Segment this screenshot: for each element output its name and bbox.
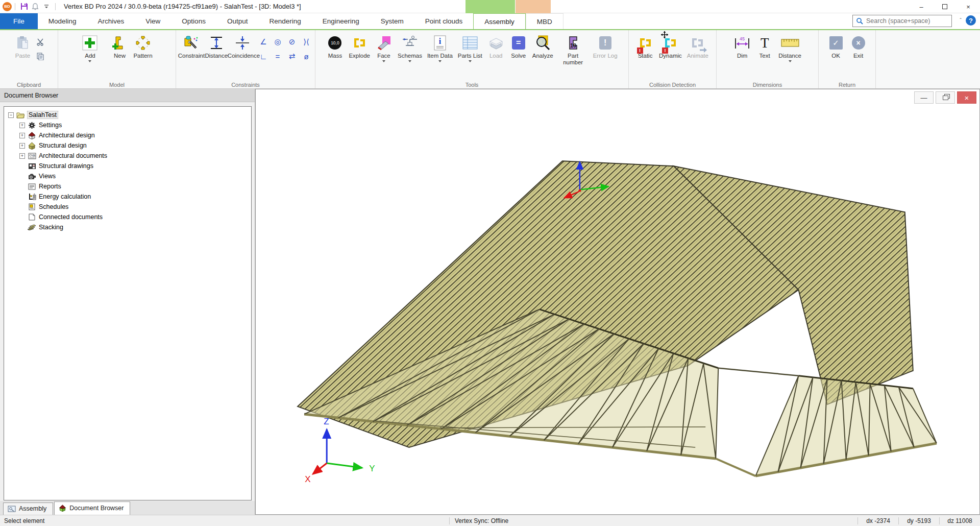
tree-item-stacking[interactable]: Stacking	[19, 222, 251, 232]
mass-icon: 10,0	[328, 36, 341, 50]
maximize-button[interactable]	[933, 0, 957, 13]
tab-file[interactable]: File	[0, 13, 38, 29]
schedules-icon	[28, 203, 36, 211]
expand-expander-icon[interactable]: +	[19, 133, 25, 138]
load-button[interactable]: Load	[485, 32, 507, 61]
static-collision-button[interactable]: ! Static	[634, 32, 656, 61]
explode-button[interactable]: Explode	[346, 32, 373, 61]
error-log-button[interactable]: ! Error Log	[591, 32, 620, 61]
concentric-constraint-icon[interactable]: ◎	[271, 35, 284, 49]
ok-check-icon: ✓	[829, 36, 843, 50]
dim-button[interactable]: 45 Dim	[731, 32, 753, 61]
tangent-constraint-icon[interactable]: ⊘	[285, 35, 299, 49]
minimize-button[interactable]: –	[910, 0, 933, 13]
parallel-constraint-icon[interactable]: =	[271, 50, 284, 63]
animate-collision-button[interactable]: Animate	[684, 32, 711, 61]
tree-item-reports[interactable]: Reports	[19, 181, 251, 192]
tab-output[interactable]: Output	[216, 13, 259, 29]
bottom-tab-assembly[interactable]: Assembly	[3, 503, 53, 515]
status-dz: dz 11008	[939, 517, 980, 524]
paste-icon	[16, 34, 30, 52]
exit-button[interactable]: × Exit	[847, 32, 870, 61]
search-box[interactable]	[852, 15, 952, 27]
expand-expander-icon[interactable]: +	[19, 143, 25, 149]
document-browser-panel: Document Browser − SalahTest + Settings	[0, 89, 255, 515]
equal-distance-constraint-icon[interactable]: ⇄	[285, 50, 299, 63]
cut-button[interactable]	[34, 36, 46, 47]
face-button[interactable]: Face	[373, 32, 395, 64]
group-label-clipboard: Clipboard	[0, 82, 58, 88]
part-number-button[interactable]: 10 Part number	[556, 32, 591, 68]
pattern-button[interactable]: Pattern	[131, 32, 155, 61]
mdi-minimize-button[interactable]: —	[914, 91, 934, 104]
ok-button[interactable]: ✓ OK	[825, 32, 847, 61]
tab-point-clouds[interactable]: Point clouds	[414, 13, 474, 29]
notifications-bell-icon[interactable]	[30, 2, 41, 12]
mdi-close-button[interactable]: ×	[957, 91, 976, 104]
collapse-ribbon-icon[interactable]: ˆ	[960, 17, 962, 23]
help-button[interactable]: ?	[966, 15, 976, 26]
constraint-button[interactable]: Distance Constraint	[178, 32, 205, 61]
angle-constraint-icon[interactable]: ∠	[257, 35, 270, 49]
tree-item-structural-design[interactable]: + Structural design	[19, 140, 251, 151]
model-viewport[interactable]: — ×	[255, 89, 980, 515]
parts-list-button[interactable]: Parts List	[455, 32, 485, 64]
ribbon-group-clipboard: Paste Clipboard	[0, 30, 58, 88]
tree-item-structural-drawings[interactable]: Structural drawings	[19, 161, 251, 171]
roof-truss-3d-model[interactable]: Z Y X	[256, 89, 979, 514]
pattern-icon	[135, 34, 151, 52]
tree-item-views[interactable]: Views	[19, 171, 251, 181]
tab-options[interactable]: Options	[171, 13, 216, 29]
distance-constraint-button[interactable]: Distance	[205, 32, 228, 61]
expand-expander-icon[interactable]: +	[19, 153, 25, 159]
save-icon[interactable]	[18, 2, 30, 12]
copy-button[interactable]	[34, 51, 46, 62]
schemas-button[interactable]: Schemas	[395, 32, 425, 64]
customize-quick-access-icon[interactable]	[41, 2, 52, 12]
tab-archives[interactable]: Archives	[87, 13, 135, 29]
dynamic-collision-button[interactable]: ! Dynamic	[656, 32, 684, 61]
expand-expander-icon[interactable]: +	[19, 123, 25, 128]
bottom-tab-document-browser[interactable]: Document Browser	[54, 501, 130, 515]
open-folder-icon	[16, 111, 25, 119]
solve-button[interactable]: = Solve	[507, 32, 530, 61]
face-icon	[376, 34, 391, 52]
dynamic-collision-icon: !	[665, 34, 676, 52]
coincidence-button[interactable]: Coincidence	[228, 32, 257, 61]
tree-item-settings[interactable]: + Settings	[19, 120, 251, 130]
non-tangent-constraint-icon[interactable]: ø	[300, 50, 313, 63]
tree-item-architectural-documents[interactable]: + Architectural documents	[19, 151, 251, 161]
tab-engineering[interactable]: Engineering	[312, 13, 370, 29]
add-button[interactable]: Add	[79, 32, 101, 64]
text-button[interactable]: T Text	[753, 32, 776, 61]
tab-modeling[interactable]: Modeling	[38, 13, 87, 29]
cut-scissors-icon	[36, 38, 44, 46]
views-camera-icon	[28, 173, 36, 180]
tree-item-energy-calculation[interactable]: z Energy calculation	[19, 192, 251, 202]
mass-button[interactable]: 10,0 Mass	[324, 32, 346, 61]
analyze-button[interactable]: Analyze	[530, 32, 556, 61]
tab-system[interactable]: System	[370, 13, 414, 29]
tree-item-architectural-design[interactable]: + Architectural design	[19, 130, 251, 140]
tree-item-schedules[interactable]: Schedules	[19, 202, 251, 212]
tree-root-salahtest[interactable]: − SalahTest	[8, 110, 251, 120]
distance-measure-button[interactable]: Distance	[776, 32, 804, 64]
mdi-restore-button[interactable]	[936, 91, 955, 104]
close-button[interactable]: ×	[957, 0, 980, 13]
new-button[interactable]: New	[108, 32, 131, 61]
energy-calculation-icon: z	[28, 193, 36, 201]
tab-assembly[interactable]: Assembly	[473, 13, 526, 29]
tab-rendering[interactable]: Rendering	[258, 13, 311, 29]
collapse-expander-icon[interactable]: −	[8, 112, 14, 118]
symmetry-constraint-icon[interactable]: ⟩⟨	[300, 35, 313, 49]
new-part-icon	[112, 34, 127, 52]
search-input[interactable]	[866, 17, 943, 25]
perpendicular-constraint-icon[interactable]: ∟	[257, 50, 270, 63]
group-label-model: Model	[58, 82, 176, 88]
tree-item-connected-documents[interactable]: Connected documents	[19, 212, 251, 222]
item-data-button[interactable]: i Item Data	[425, 32, 455, 64]
tab-mbd[interactable]: MBD	[526, 13, 564, 29]
paste-button[interactable]: Paste	[12, 32, 34, 61]
tab-view[interactable]: View	[135, 13, 171, 29]
analyze-icon	[534, 34, 551, 52]
